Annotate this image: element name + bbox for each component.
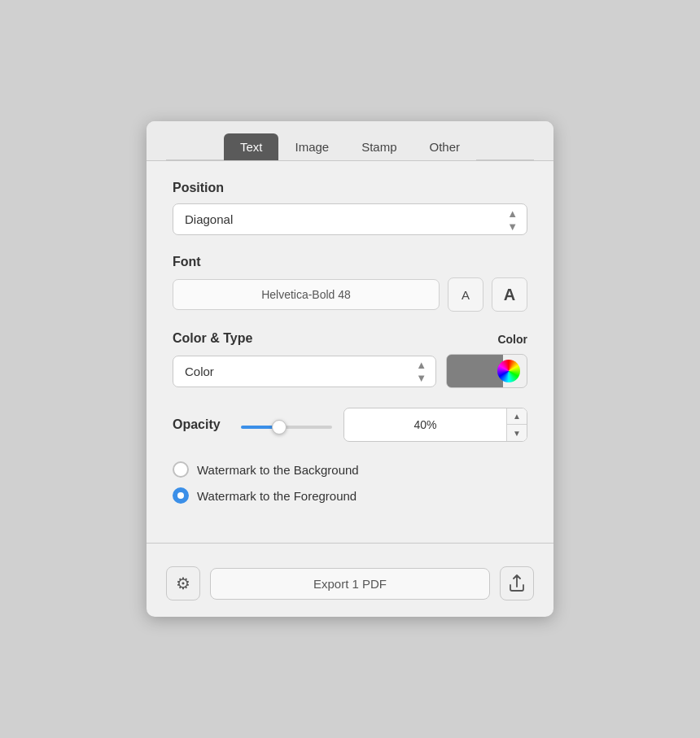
color-type-section: Color & Type Color Color Grayscale ▲ ▼ [173, 331, 527, 388]
watermark-foreground-label: Watermark to the Foreground [197, 489, 357, 503]
font-decrease-button[interactable]: A [448, 277, 483, 312]
font-label: Font [173, 255, 527, 269]
opacity-stepper: ▲ ▼ [506, 408, 527, 441]
footer: ⚙ Export 1 PDF [147, 557, 553, 617]
position-section: Position Diagonal Horizontal Vertical ▲ … [173, 181, 527, 235]
tab-stamp[interactable]: Stamp [345, 133, 413, 160]
font-section: Font Helvetica-Bold 48 A A [173, 255, 527, 312]
color-type-dropdown[interactable]: Color Grayscale [173, 356, 436, 387]
font-name-display: Helvetica-Bold 48 [173, 279, 440, 310]
share-icon [509, 574, 525, 592]
watermark-radio-group: Watermark to the Background Watermark to… [173, 461, 527, 504]
font-increase-button[interactable]: A [492, 277, 527, 312]
opacity-row: Opacity ▲ ▼ [173, 408, 527, 442]
color-wheel-icon [497, 360, 520, 382]
export-button[interactable]: Export 1 PDF [210, 568, 490, 600]
opacity-value-input[interactable] [344, 412, 506, 438]
share-button[interactable] [500, 566, 534, 600]
color-type-header: Color & Type Color [173, 331, 527, 346]
content-area: Position Diagonal Horizontal Vertical ▲ … [147, 161, 553, 543]
color-swatch-label: Color [497, 333, 527, 346]
color-picker-inner [447, 355, 523, 387]
color-type-row: Color Grayscale ▲ ▼ [173, 354, 527, 388]
watermark-background-radio[interactable] [173, 461, 189, 478]
position-dropdown[interactable]: Diagonal Horizontal Vertical [173, 203, 527, 235]
tab-text[interactable]: Text [224, 133, 279, 160]
tab-bar: Text Image Stamp Other [147, 121, 553, 161]
tab-right-filler [476, 131, 534, 160]
opacity-increment-button[interactable]: ▲ [507, 408, 527, 425]
font-row: Helvetica-Bold 48 A A [173, 277, 527, 312]
position-label: Position [173, 181, 527, 195]
opacity-value-wrapper: ▲ ▼ [343, 408, 527, 442]
settings-button[interactable]: ⚙ [166, 566, 200, 600]
watermark-background-label: Watermark to the Background [197, 463, 359, 477]
tab-image[interactable]: Image [278, 133, 345, 160]
tab-other[interactable]: Other [413, 133, 477, 160]
watermark-foreground-radio[interactable] [173, 487, 189, 504]
opacity-slider-wrapper [241, 417, 332, 432]
color-picker-button[interactable] [446, 354, 527, 388]
watermark-foreground-option[interactable]: Watermark to the Foreground [173, 487, 527, 504]
gear-icon: ⚙ [176, 574, 190, 593]
footer-divider [147, 543, 553, 544]
color-type-label: Color & Type [173, 331, 252, 346]
position-dropdown-wrapper: Diagonal Horizontal Vertical ▲ ▼ [173, 203, 527, 235]
opacity-decrement-button[interactable]: ▼ [507, 425, 527, 441]
tabs-container: Text Image Stamp Other [224, 133, 476, 160]
tab-left-filler [166, 131, 224, 160]
opacity-slider[interactable] [241, 426, 332, 429]
main-panel: Text Image Stamp Other Position Diagonal… [147, 121, 553, 617]
color-type-dropdown-wrapper: Color Grayscale ▲ ▼ [173, 356, 436, 387]
watermark-background-option[interactable]: Watermark to the Background [173, 461, 527, 478]
opacity-label: Opacity [173, 417, 230, 432]
color-gray-swatch [447, 355, 497, 387]
